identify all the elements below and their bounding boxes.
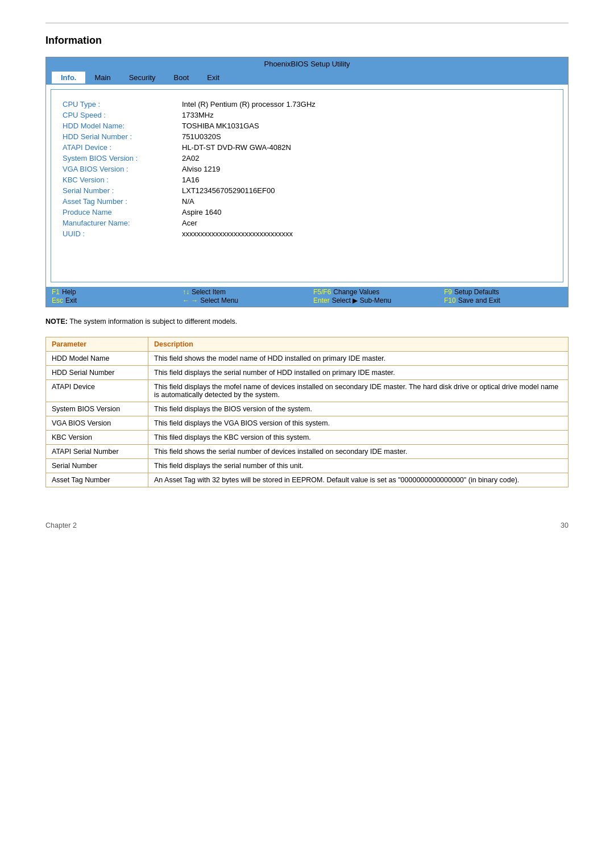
table-cell-param: System BIOS Version <box>46 402 148 416</box>
bios-nav-security[interactable]: Security <box>120 72 165 84</box>
bios-row-value: 2A02 <box>182 154 199 162</box>
col-header-description: Description <box>148 337 569 352</box>
table-cell-param: VGA BIOS Version <box>46 416 148 431</box>
bios-nav-bar: Info. Main Security Boot Exit <box>46 70 568 85</box>
bios-row-label: VGA BIOS Version : <box>63 165 182 173</box>
bios-nav-boot[interactable]: Boot <box>165 72 198 84</box>
bios-info-row: VGA BIOS Version :Alviso 1219 <box>63 165 551 173</box>
bios-info-row: Serial Number :LXT123456705290116EF00 <box>63 186 551 195</box>
table-row: Asset Tag NumberAn Asset Tag with 32 byt… <box>46 473 569 487</box>
bios-info-rows: CPU Type :Intel (R) Pentium (R) processo… <box>63 100 551 238</box>
bios-row-value: 1A16 <box>182 176 199 184</box>
table-cell-desc: This field shows the serial number of de… <box>148 445 569 459</box>
bios-row-value: LXT123456705290116EF00 <box>182 186 275 195</box>
table-row: HDD Serial NumberThis field displays the… <box>46 366 569 380</box>
chapter-label: Chapter 2 <box>45 521 77 529</box>
table-row: System BIOS VersionThis field displays t… <box>46 402 569 416</box>
shortcut-f10-save: F10 Save and Exit <box>444 297 558 304</box>
table-cell-param: KBC Version <box>46 431 148 445</box>
bios-row-value: N/A <box>182 197 194 206</box>
col-header-parameter: Parameter <box>46 337 148 352</box>
table-row: Serial NumberThis field displays the ser… <box>46 459 569 473</box>
table-row: ATAPI Serial NumberThis field shows the … <box>46 445 569 459</box>
bios-content-area: CPU Type :Intel (R) Pentium (R) processo… <box>51 89 563 282</box>
table-cell-desc: This filed displays the KBC version of t… <box>148 431 569 445</box>
shortcut-updown-select: ↑↓ Select Item <box>182 288 296 296</box>
bios-title-bar: PhoenixBIOS Setup Utility <box>46 57 568 70</box>
page-footer: Chapter 2 30 <box>45 521 569 529</box>
bios-row-label: Produce Name <box>63 208 182 216</box>
bios-row-label: ATAPI Device : <box>63 143 182 152</box>
bios-row-value: Intel (R) Pentium (R) processor 1.73GHz <box>182 100 316 108</box>
shortcut-row-2: Esc Exit ← → Select Menu Enter Select ▶ … <box>52 297 562 304</box>
bios-row-label: Manufacturer Name: <box>63 219 182 227</box>
bios-row-label: KBC Version : <box>63 176 182 184</box>
bios-row-value: 751U0320S <box>182 132 221 141</box>
shortcut-f1-help: F1 Help <box>52 288 165 296</box>
table-cell-param: ATAPI Serial Number <box>46 445 148 459</box>
bios-info-row: Asset Tag Number :N/A <box>63 197 551 206</box>
bios-info-row: KBC Version :1A16 <box>63 176 551 184</box>
note-paragraph: NOTE: The system information is subject … <box>45 318 569 326</box>
shortcut-leftright-menu: ← → Select Menu <box>182 297 296 304</box>
bios-row-value: 1733MHz <box>182 111 214 119</box>
table-body: HDD Model NameThis field shows the model… <box>46 352 569 487</box>
bios-row-value: Aspire 1640 <box>182 208 221 216</box>
bios-row-label: UUID : <box>63 229 182 238</box>
parameter-table: Parameter Description HDD Model NameThis… <box>45 337 569 487</box>
bios-info-row: CPU Type :Intel (R) Pentium (R) processo… <box>63 100 551 108</box>
shortcut-esc-exit: Esc Exit <box>52 297 165 304</box>
table-row: VGA BIOS VersionThis field displays the … <box>46 416 569 431</box>
table-row: KBC VersionThis filed displays the KBC v… <box>46 431 569 445</box>
section-title: Information <box>45 35 569 47</box>
table-cell-param: Serial Number <box>46 459 148 473</box>
bios-row-label: System BIOS Version : <box>63 154 182 162</box>
bios-info-row: System BIOS Version :2A02 <box>63 154 551 162</box>
bios-shortcut-area: F1 Help ↑↓ Select Item F5/F6 Change Valu… <box>46 287 568 307</box>
bios-utility-box: PhoenixBIOS Setup Utility Info. Main Sec… <box>45 57 569 307</box>
bios-row-label: Asset Tag Number : <box>63 197 182 206</box>
table-cell-desc: This field displays the VGA BIOS version… <box>148 416 569 431</box>
bios-nav-exit[interactable]: Exit <box>198 72 229 84</box>
page-number: 30 <box>561 521 569 529</box>
bios-info-row: HDD Model Name:TOSHIBA MK1031GAS <box>63 122 551 130</box>
bios-info-row: Produce NameAspire 1640 <box>63 208 551 216</box>
bios-title-text: PhoenixBIOS Setup Utility <box>264 60 350 68</box>
bios-row-value: HL-DT-ST DVD-RW GWA-4082N <box>182 143 291 152</box>
note-content: The system information is subject to dif… <box>69 318 237 326</box>
bios-row-label: HDD Serial Number : <box>63 132 182 141</box>
table-cell-param: HDD Model Name <box>46 352 148 366</box>
bios-nav-main[interactable]: Main <box>85 72 119 84</box>
bios-info-row: UUID :xxxxxxxxxxxxxxxxxxxxxxxxxxxxxx <box>63 229 551 238</box>
bios-info-row: ATAPI Device :HL-DT-ST DVD-RW GWA-4082N <box>63 143 551 152</box>
bios-info-row: HDD Serial Number :751U0320S <box>63 132 551 141</box>
bios-row-label: CPU Type : <box>63 100 182 108</box>
bios-row-value: TOSHIBA MK1031GAS <box>182 122 259 130</box>
table-row: ATAPI DeviceThis field displays the mofe… <box>46 380 569 402</box>
table-header-row: Parameter Description <box>46 337 569 352</box>
bios-info-row: CPU Speed :1733MHz <box>63 111 551 119</box>
bios-info-row: Manufacturer Name:Acer <box>63 219 551 227</box>
table-cell-param: Asset Tag Number <box>46 473 148 487</box>
table-cell-desc: This field displays the mofel name of de… <box>148 380 569 402</box>
bios-row-label: Serial Number : <box>63 186 182 195</box>
table-cell-desc: This field displays the BIOS version of … <box>148 402 569 416</box>
table-cell-desc: This field displays the serial number of… <box>148 459 569 473</box>
table-cell-param: ATAPI Device <box>46 380 148 402</box>
bios-row-value: Acer <box>182 219 197 227</box>
bios-row-value: Alviso 1219 <box>182 165 220 173</box>
top-divider <box>45 23 569 23</box>
table-cell-desc: An Asset Tag with 32 bytes will be store… <box>148 473 569 487</box>
bios-row-label: CPU Speed : <box>63 111 182 119</box>
table-row: HDD Model NameThis field shows the model… <box>46 352 569 366</box>
table-cell-desc: This field shows the model name of HDD i… <box>148 352 569 366</box>
shortcut-enter-select: Enter Select ▶ Sub-Menu <box>313 297 427 304</box>
table-cell-desc: This field displays the serial number of… <box>148 366 569 380</box>
bios-row-value: xxxxxxxxxxxxxxxxxxxxxxxxxxxxxx <box>182 229 293 238</box>
bios-row-label: HDD Model Name: <box>63 122 182 130</box>
shortcut-f5f6-change: F5/F6 Change Values <box>313 288 427 296</box>
note-label: NOTE: <box>45 318 68 326</box>
bios-nav-info[interactable]: Info. <box>52 72 85 84</box>
table-cell-param: HDD Serial Number <box>46 366 148 380</box>
shortcut-row-1: F1 Help ↑↓ Select Item F5/F6 Change Valu… <box>52 288 562 296</box>
